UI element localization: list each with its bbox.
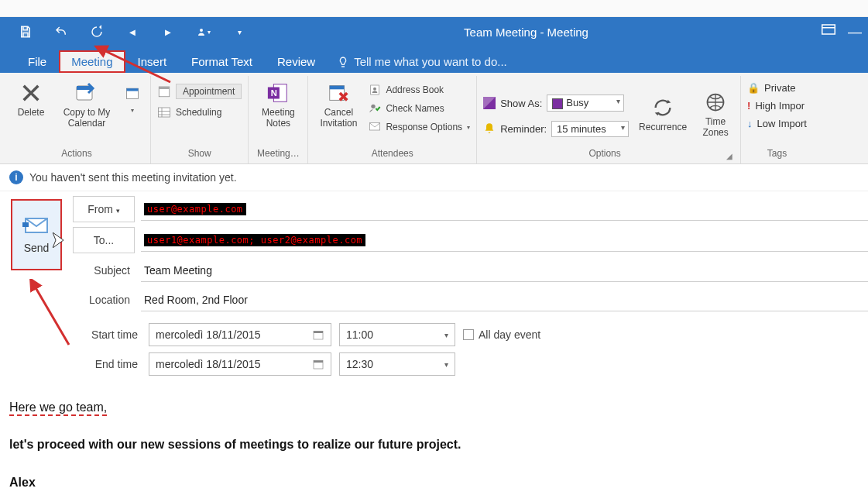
svg-rect-23 <box>314 331 323 333</box>
recurrence-button[interactable]: Recurrence <box>635 94 691 132</box>
location-field[interactable]: Red Room, 2nd Floor <box>141 289 868 311</box>
ribbon-options-icon[interactable] <box>822 24 835 40</box>
from-button[interactable]: From ▾ <box>73 196 135 222</box>
show-as-combo[interactable]: Busy <box>547 95 624 112</box>
qat-customize-icon[interactable]: ▾ <box>232 25 246 39</box>
meeting-notes-button[interactable]: N Meeting Notes <box>255 79 301 129</box>
tab-review[interactable]: Review <box>265 50 328 73</box>
save-icon[interactable] <box>19 25 33 39</box>
body-signature: Alex <box>9 471 859 494</box>
appointment-button[interactable]: Appointment <box>157 82 242 99</box>
start-date-picker[interactable]: mercoledì 18/11/2015 <box>149 323 331 346</box>
reminder-row: Reminder: 15 minutes <box>483 121 629 137</box>
quick-access-toolbar: ◄ ► ▾ ▾ <box>0 25 246 39</box>
svg-point-16 <box>372 105 376 108</box>
show-as-label: Show As: <box>500 98 542 109</box>
check-names-button[interactable]: Check Names <box>369 101 444 115</box>
globe-icon <box>703 90 728 115</box>
svg-point-0 <box>200 29 203 32</box>
address-book-button[interactable]: Address Book <box>369 82 444 96</box>
end-date-picker[interactable]: mercoledì 18/11/2015 <box>149 352 331 376</box>
group-show-label: Show <box>157 146 242 162</box>
tab-insert[interactable]: Insert <box>125 50 180 73</box>
to-button[interactable]: To... <box>73 227 135 253</box>
svg-rect-21 <box>22 222 29 227</box>
check-names-icon <box>369 102 381 115</box>
message-body[interactable]: Here we go team, let's proceed with our … <box>0 382 868 494</box>
appointment-icon <box>157 84 171 98</box>
address-book-icon <box>369 84 381 96</box>
to-field[interactable]: user1@example.com; user2@example.com <box>141 229 868 252</box>
calendar-copy-icon <box>74 81 99 105</box>
chevron-down-icon: ▾ <box>444 360 448 369</box>
end-time-picker[interactable]: 12:30 ▾ <box>339 352 455 376</box>
svg-rect-7 <box>159 87 170 89</box>
calendar-dropdown[interactable]: ▾ <box>121 79 144 114</box>
info-text: You haven't sent this meeting invitation… <box>29 171 237 184</box>
scheduling-button[interactable]: Scheduling <box>157 104 221 119</box>
person-icon[interactable]: ▾ <box>197 25 211 39</box>
group-tags-label: Tags <box>747 146 807 162</box>
svg-rect-8 <box>159 108 170 117</box>
tab-format-text[interactable]: Format Text <box>179 50 265 73</box>
location-label: Location <box>73 287 135 312</box>
delete-button[interactable]: Delete <box>9 79 53 118</box>
cancel-invitation-button[interactable]: Cancel Invitation <box>314 79 362 129</box>
group-meeting-notes: N Meeting Notes Meeting… <box>249 76 308 163</box>
group-show: Appointment Scheduling Show <box>151 76 249 163</box>
show-as-icon <box>483 97 496 109</box>
send-label: Send <box>24 242 50 254</box>
start-time-picker[interactable]: 11:00 ▾ <box>339 323 455 346</box>
title-bar: ◄ ► ▾ ▾ Team Meeting - Meeting — <box>0 17 868 46</box>
group-attendees-label: Attendees <box>314 146 470 162</box>
to-value: user1@example.com; user2@example.com <box>144 234 365 246</box>
response-options-button[interactable]: Response Options ▾ <box>369 119 470 133</box>
calendar-small-icon <box>120 81 145 105</box>
send-envelope-icon <box>22 215 50 236</box>
show-as-row: Show As: Busy <box>483 95 624 112</box>
svg-rect-1 <box>822 25 835 34</box>
undo-icon[interactable] <box>54 25 68 39</box>
window-title: Team Meeting - Meeting <box>246 26 806 39</box>
onenote-icon: N <box>266 81 290 105</box>
ribbon: Delete Copy to My Calendar ▾ Actions <box>0 73 868 164</box>
group-options: Show As: Busy Reminder: 15 minutes <box>477 76 741 163</box>
redo-icon[interactable] <box>90 25 104 39</box>
from-field[interactable]: user@example.com <box>141 198 868 221</box>
svg-point-15 <box>373 88 376 91</box>
prev-icon[interactable]: ◄ <box>125 25 139 39</box>
scheduling-icon <box>157 105 171 119</box>
body-line2: let's proceed with our new sessions of m… <box>9 433 859 456</box>
low-importance-icon: ↓ <box>747 118 753 129</box>
low-importance-button[interactable]: ↓ Low Import <box>747 118 807 129</box>
subject-field[interactable]: Team Meeting <box>141 260 868 282</box>
busy-swatch <box>552 98 563 109</box>
body-line1: Here we go team, <box>9 401 107 416</box>
tab-file[interactable]: File <box>15 50 59 73</box>
tell-me[interactable]: Tell me what you want to do... <box>328 50 516 73</box>
copy-to-calendar-button[interactable]: Copy to My Calendar <box>59 79 115 129</box>
group-tags: 🔒 Private ! High Impor ↓ Low Import Tags <box>741 76 813 163</box>
minimize-icon[interactable]: — <box>848 24 862 40</box>
svg-text:N: N <box>271 88 277 98</box>
tab-meeting[interactable]: Meeting <box>59 50 125 73</box>
private-button[interactable]: 🔒 Private <box>747 82 795 94</box>
end-time-label: End time <box>73 358 141 370</box>
subject-label: Subject <box>73 258 135 283</box>
ribbon-tabs: File Meeting Insert Format Text Review T… <box>0 46 868 73</box>
calendar-picker-icon <box>312 358 324 370</box>
start-time-label: Start time <box>73 328 141 341</box>
response-options-icon <box>369 121 381 133</box>
high-importance-button[interactable]: ! High Impor <box>747 100 805 112</box>
checkbox-icon <box>463 329 474 340</box>
reminder-label: Reminder: <box>500 123 547 135</box>
send-button[interactable]: Send <box>11 199 62 270</box>
svg-rect-5 <box>127 88 139 91</box>
options-launcher-icon[interactable]: ◢ <box>726 152 734 162</box>
group-meeting-notes-label: Meeting… <box>255 146 301 162</box>
reminder-combo[interactable]: 15 minutes <box>551 121 629 137</box>
all-day-checkbox[interactable]: All day event <box>463 328 540 341</box>
cancel-icon <box>326 81 351 105</box>
time-zones-button[interactable]: Time Zones <box>697 88 734 138</box>
next-icon[interactable]: ► <box>161 25 175 39</box>
